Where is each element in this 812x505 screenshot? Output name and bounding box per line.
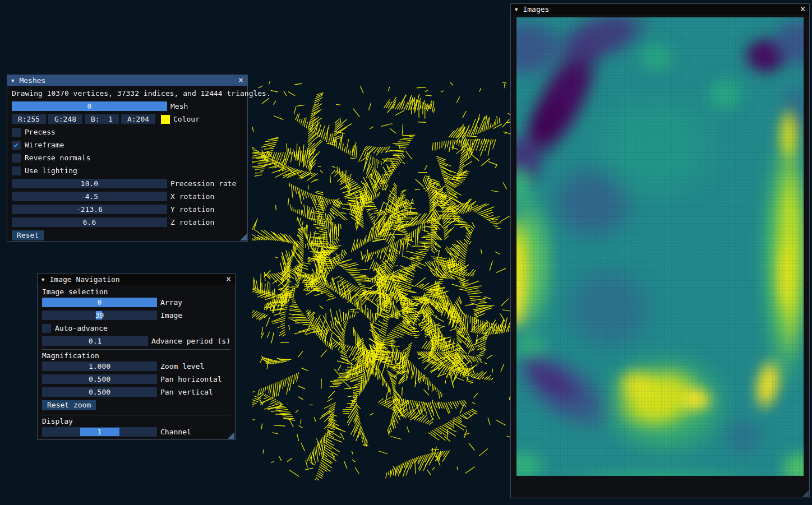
image-slider-row: 39 Image xyxy=(42,311,230,320)
image-selection-section-label: Image selection xyxy=(42,288,230,295)
green-field[interactable]: G:248 xyxy=(48,114,82,124)
advance-period-value: 0.1 xyxy=(89,337,101,345)
zoom-level-label: Zoom level xyxy=(160,362,204,370)
mesh-slider[interactable]: 0 xyxy=(12,101,167,111)
advance-period-label: Advance period (s) xyxy=(151,337,230,345)
alpha-field[interactable]: A:204 xyxy=(121,114,155,124)
collapse-arrow-icon[interactable]: ▼ xyxy=(41,277,44,282)
precession-rate-label: Precession rate xyxy=(170,179,236,188)
zoom-level-field[interactable]: 1.000 xyxy=(42,362,157,371)
advance-period-field[interactable]: 0.1 xyxy=(42,336,148,346)
mesh-wireframe-viewport[interactable] xyxy=(252,81,510,480)
precess-label: Precess xyxy=(25,128,56,136)
colour-swatch[interactable] xyxy=(161,115,170,124)
separator xyxy=(42,349,230,350)
wireframe-checkbox-row: ✔ Wireframe xyxy=(12,140,243,150)
magnification-section-label: Magnification xyxy=(42,352,230,359)
image-slider-value: 39 xyxy=(95,311,104,319)
separator xyxy=(42,415,230,415)
use-lighting-checkbox[interactable] xyxy=(12,166,21,175)
array-slider-row: 0 Array xyxy=(42,298,230,307)
red-field[interactable]: R:255 xyxy=(12,114,46,124)
pan-vertical-value: 0.500 xyxy=(89,388,110,396)
close-icon[interactable]: × xyxy=(800,5,805,13)
y-rotation-value: -213.6 xyxy=(76,205,103,214)
auto-advance-row: Auto-advance xyxy=(42,323,230,333)
precess-checkbox-row: Precess xyxy=(12,127,243,137)
channel-slider-label: Channel xyxy=(160,428,191,436)
reset-zoom-button[interactable]: Reset zoom xyxy=(42,400,96,410)
resize-grip[interactable] xyxy=(228,432,234,439)
y-rotation-field[interactable]: -213.6 xyxy=(12,205,167,214)
resize-grip[interactable] xyxy=(240,234,247,240)
z-rotation-value: 6.6 xyxy=(83,218,96,226)
reverse-normals-checkbox-row: Reverse normals xyxy=(12,153,243,163)
x-rotation-label: X rotation xyxy=(170,192,214,201)
image-navigation-titlebar[interactable]: ▼ Image Navigation × xyxy=(38,274,235,285)
colour-row: R:255 G:248 B: 1 A:204 Colour xyxy=(12,114,243,124)
heatmap-image[interactable] xyxy=(516,17,804,476)
mesh-slider-row: 0 Mesh xyxy=(12,101,243,111)
array-slider-label: Array xyxy=(160,298,182,307)
meshes-titlebar[interactable]: ▼ Meshes × xyxy=(7,75,247,86)
close-icon[interactable]: × xyxy=(226,275,231,284)
images-titlebar[interactable]: ▼ Images × xyxy=(511,4,809,15)
check-icon: ✔ xyxy=(12,141,21,150)
precess-checkbox[interactable] xyxy=(12,128,21,137)
collapse-arrow-icon[interactable]: ▼ xyxy=(11,78,14,84)
pan-horizontal-label: Pan horizontal xyxy=(160,375,222,383)
precession-rate-field[interactable]: 10.0 xyxy=(12,179,167,188)
y-rotation-label: Y rotation xyxy=(170,205,214,214)
z-rotation-row: 6.6 Z rotation xyxy=(12,217,243,227)
meshes-window: ▼ Meshes × Drawing 10370 vertices, 37332… xyxy=(7,75,248,242)
x-rotation-row: -4.5 X rotation xyxy=(12,192,243,201)
mesh-stats-text: Drawing 10370 vertices, 37332 indices, a… xyxy=(12,90,243,97)
zoom-level-row: 1.000 Zoom level xyxy=(42,362,230,371)
array-slider[interactable]: 0 xyxy=(42,298,157,307)
auto-advance-checkbox[interactable] xyxy=(42,324,51,333)
channel-slider[interactable]: 1 xyxy=(42,427,157,437)
wireframe-checkbox[interactable]: ✔ xyxy=(12,141,21,150)
display-section-label: Display xyxy=(42,418,230,425)
pan-vertical-label: Pan vertical xyxy=(160,388,213,396)
zoom-level-value: 1.000 xyxy=(89,362,110,370)
pan-vertical-field[interactable]: 0.500 xyxy=(42,387,157,397)
x-rotation-value: -4.5 xyxy=(81,192,98,201)
pan-vertical-row: 0.500 Pan vertical xyxy=(42,387,230,397)
meshes-window-title: Meshes xyxy=(19,76,45,85)
image-slider[interactable]: 39 xyxy=(42,311,157,320)
pan-horizontal-value: 0.500 xyxy=(89,375,110,383)
channel-slider-value: 1 xyxy=(98,428,102,436)
blue-field[interactable]: B: 1 xyxy=(85,114,119,124)
image-navigation-window-title: Image Navigation xyxy=(49,275,119,284)
mesh-slider-value: 0 xyxy=(87,102,92,110)
images-window: ▼ Images × xyxy=(510,3,810,498)
colour-label: Colour xyxy=(173,115,200,123)
images-window-title: Images xyxy=(523,5,549,13)
reverse-normals-checkbox[interactable] xyxy=(12,154,21,163)
channel-slider-row: 1 Channel xyxy=(42,427,230,437)
reset-button[interactable]: Reset xyxy=(12,230,44,240)
pan-horizontal-field[interactable]: 0.500 xyxy=(42,374,157,384)
y-rotation-row: -213.6 Y rotation xyxy=(12,205,243,214)
advance-period-row: 0.1 Advance period (s) xyxy=(42,336,230,346)
image-navigation-window: ▼ Image Navigation × Image selection 0 A… xyxy=(37,274,236,440)
precession-rate-row: 10.0 Precession rate xyxy=(12,179,243,188)
precession-rate-value: 10.0 xyxy=(81,179,98,188)
reverse-normals-label: Reverse normals xyxy=(25,154,90,162)
heatmap-pixelation-overlay xyxy=(516,17,804,476)
mesh-slider-label: Mesh xyxy=(170,102,188,110)
array-slider-value: 0 xyxy=(98,298,102,307)
image-slider-label: Image xyxy=(160,311,182,319)
wireframe-label: Wireframe xyxy=(25,141,64,149)
x-rotation-field[interactable]: -4.5 xyxy=(12,192,167,201)
z-rotation-label: Z rotation xyxy=(170,218,214,226)
auto-advance-label: Auto-advance xyxy=(55,324,108,332)
use-lighting-label: Use lighting xyxy=(25,166,77,175)
collapse-arrow-icon[interactable]: ▼ xyxy=(515,7,518,12)
resize-grip[interactable] xyxy=(802,490,809,497)
close-icon[interactable]: × xyxy=(238,76,243,85)
pan-horizontal-row: 0.500 Pan horizontal xyxy=(42,374,230,384)
z-rotation-field[interactable]: 6.6 xyxy=(12,217,167,227)
use-lighting-checkbox-row: Use lighting xyxy=(12,166,243,175)
